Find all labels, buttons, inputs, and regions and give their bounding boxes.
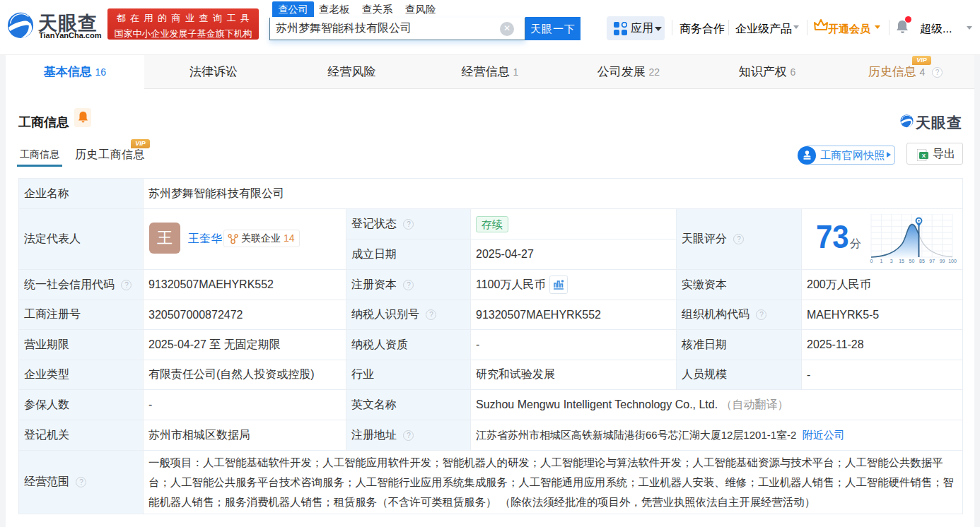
svg-text:99: 99 (940, 259, 945, 264)
svg-text:85: 85 (919, 259, 925, 264)
svg-text:X: X (922, 153, 926, 159)
svg-text:50: 50 (909, 259, 915, 264)
svg-text:1: 1 (880, 259, 882, 264)
svg-text:0: 0 (870, 259, 873, 264)
svg-text:15: 15 (899, 259, 904, 264)
svg-text:97: 97 (929, 259, 935, 264)
svg-text:3: 3 (890, 259, 893, 264)
svg-text:100: 100 (948, 259, 957, 264)
